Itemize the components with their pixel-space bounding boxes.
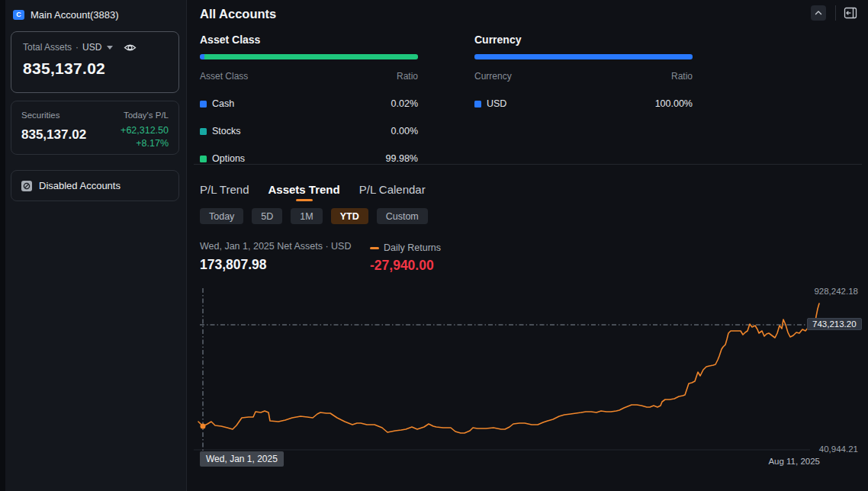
daily-returns-legend-icon [370,247,379,249]
chevron-down-icon[interactable] [107,46,113,50]
securities-value: 835,137.02 [21,127,86,143]
daily-returns-value: -27,940.00 [370,258,441,274]
total-assets-card: Total Assets · USD 835,137.02 [11,31,179,93]
chevron-up-icon [814,8,823,18]
currency-selector[interactable]: USD [82,42,101,53]
disabled-accounts-item[interactable]: Disabled Accounts [11,170,179,201]
hover-point-dot [201,424,206,429]
currency-title: Currency [474,34,693,46]
current-value-badge: 743,213.20 [807,318,862,330]
options-swatch-icon [200,156,207,162]
net-assets-value: 173,807.98 [200,257,351,273]
net-assets-summary: Wed, Jan 1, 2025 Net Assets · USD 173,80… [200,241,351,273]
daily-returns-label: Daily Returns [384,242,441,253]
asset-class-section: Asset Class Asset Class Ratio Cash 0.02%… [200,34,418,164]
cash-label: Cash [212,98,234,109]
usd-ratio: 100.00% [655,98,693,109]
main-account-selector[interactable]: C Main Account(3883) [13,9,119,21]
usd-swatch-icon [474,101,481,108]
net-assets-series-line [198,303,819,433]
options-label: Options [212,153,245,164]
currency-ratio-bar [474,54,693,59]
currency-section: Currency Currency Ratio USD 100.00% [474,34,693,109]
currency-col-header: Currency [474,71,512,82]
trading-app-accounts-page: { "sidebar": { "account_name": "Main Acc… [0,0,868,491]
todays-pl-label: Today's P/L [121,111,169,120]
window-edge-strip [0,0,5,491]
table-row-stocks: Stocks 0.00% [200,126,418,136]
stocks-swatch-icon [200,128,207,135]
total-assets-value: 835,137.02 [23,59,167,78]
header-divider [835,5,836,21]
tab-pl-calendar[interactable]: P/L Calendar [359,183,426,201]
dot-separator: · [76,42,79,53]
x-axis-end-date-label: Aug 11, 2025 [768,457,820,466]
asset-class-title: Asset Class [200,34,418,46]
page-title: All Accounts [200,7,276,21]
daily-returns-summary: Daily Returns -27,940.00 [370,242,441,274]
table-row-cash: Cash 0.02% [200,98,418,109]
total-assets-label: Total Assets [23,42,72,53]
securities-card[interactable]: Securities 835,137.02 Today's P/L +62,31… [11,101,179,155]
ratio-col-header: Ratio [397,71,418,82]
tab-assets-trend[interactable]: Assets Trend [268,183,339,201]
period-today-button[interactable]: Today [200,208,243,224]
y-axis-min-label: 40,944.21 [819,444,858,454]
cash-swatch-icon [200,101,207,108]
assets-trend-line-chart [194,284,865,482]
usd-label: USD [487,98,506,109]
assets-trend-chart[interactable]: 928,242.18 743,213.20 40,944.21 Aug 11, … [194,284,865,482]
table-row-options: Options 99.98% [200,153,418,164]
accounts-sidebar: C Main Account(3883) Total Assets · USD … [0,0,187,491]
ratio-col-header: Ratio [671,71,693,82]
y-axis-max-label: 928,242.18 [814,287,858,296]
asset-class-ratio-bar [200,54,418,59]
section-divider [194,164,862,165]
disabled-accounts-label: Disabled Accounts [39,180,121,191]
period-selector: Today 5D 1M YTD Custom [200,208,428,224]
collapse-panel-button[interactable] [844,6,857,20]
stocks-label: Stocks [212,126,241,136]
account-name: Main Account(3883) [31,9,119,21]
period-1m-button[interactable]: 1M [291,208,322,224]
options-ratio: 99.98% [386,153,418,164]
tab-pl-trend[interactable]: P/L Trend [200,183,249,201]
disabled-prohibit-icon [21,181,32,191]
securities-label: Securities [21,111,86,120]
visibility-toggle-eye-icon[interactable] [124,43,137,53]
asset-class-col-header: Asset Class [200,71,248,82]
todays-pl-value: +62,312.50 [121,125,169,136]
stocks-ratio: 0.00% [391,126,418,136]
account-wallet-icon: C [13,10,24,20]
todays-pl-percent: +8.17% [121,138,169,149]
collapse-section-button[interactable] [811,5,826,21]
cash-ratio: 0.02% [391,98,418,109]
hover-date-net-assets-label: Wed, Jan 1, 2025 Net Assets · USD [200,241,351,252]
hover-date-tooltip: Wed, Jan 1, 2025 [200,451,284,467]
trend-tabs: P/L Trend Assets Trend P/L Calendar [200,183,426,201]
tab-active-underline [296,199,313,201]
period-ytd-button[interactable]: YTD [331,208,368,224]
period-5d-button[interactable]: 5D [252,208,282,224]
period-custom-button[interactable]: Custom [377,208,428,224]
table-row-usd: USD 100.00% [474,98,693,109]
panel-collapse-left-icon [844,6,857,20]
